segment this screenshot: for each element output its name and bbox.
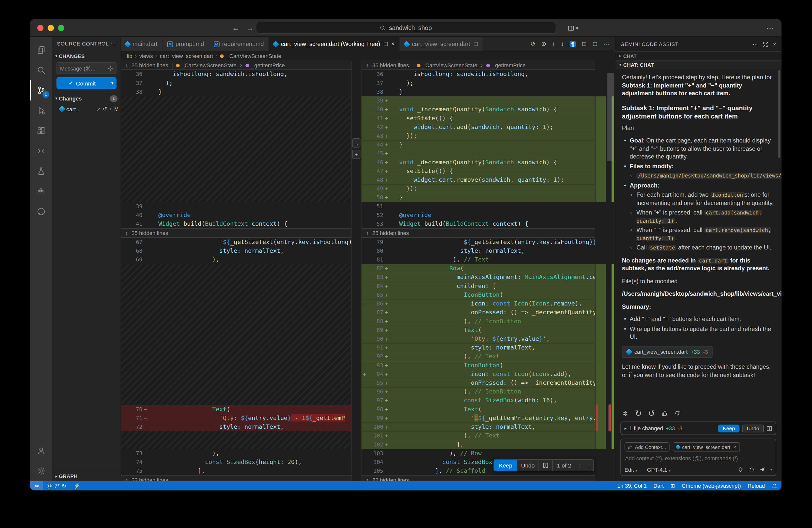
scrollbar[interactable] <box>607 60 615 481</box>
cursor-position[interactable]: Ln 39, Col 1 <box>617 483 647 489</box>
layout-toggle-button[interactable]: ▾ <box>567 19 579 37</box>
diff-original-pane[interactable]: ↕35 hidden lines_CartViewScreenState›_ge… <box>121 60 352 481</box>
sidebar-item-search[interactable] <box>30 60 52 80</box>
sidebar-item-source-control[interactable]: 1 <box>30 80 52 101</box>
keep-button[interactable]: Keep <box>718 425 740 432</box>
device-grid-icon[interactable]: ⊞ <box>670 483 675 489</box>
expand-panel-icon[interactable] <box>763 41 768 47</box>
sidebar-item-docker[interactable] <box>30 181 52 202</box>
graph-section-header[interactable]: ▸ GRAPH <box>52 471 120 481</box>
breadcrumb-item[interactable]: lib <box>127 53 132 59</box>
sidebar-item-remote[interactable] <box>30 141 52 161</box>
next-change-icon[interactable]: ↓ <box>561 41 564 48</box>
view-diff-icon[interactable] <box>767 425 772 431</box>
language-mode[interactable]: Dart <box>653 483 664 489</box>
sidebar-item-github[interactable] <box>30 202 52 222</box>
chat-view-header[interactable]: ▾ CHAT: CHAT <box>615 60 782 69</box>
sync-icon[interactable]: ↻ <box>62 483 66 489</box>
panel-scrollbar-thumb[interactable] <box>778 70 780 158</box>
revert-change-arrow-button[interactable]: → <box>352 138 361 147</box>
timeline-icon[interactable]: ↺ <box>530 41 536 48</box>
more-actions-icon[interactable]: ⋯ <box>111 41 116 47</box>
chat-section[interactable]: ▸ CHAT <box>615 51 782 60</box>
changes-group-header[interactable]: ▾ Changes 1 <box>52 93 120 103</box>
hidden-lines-header[interactable]: ↕35 hidden lines_CartViewScreenState›_ge… <box>121 60 351 70</box>
sidebar-item-extensions[interactable] <box>30 121 52 141</box>
thumbs-down-icon[interactable] <box>674 410 681 417</box>
stage-changes-icon[interactable]: + <box>109 106 112 112</box>
mode-selector[interactable]: Edit ▾ <box>624 467 637 473</box>
scrollbar-thumb[interactable] <box>607 73 614 161</box>
tab-requirement.md[interactable]: Mrequirement.md <box>209 37 269 51</box>
sidebar-item-run-debug[interactable] <box>30 101 52 121</box>
model-selector[interactable]: GPT-4.1 ▾ <box>647 467 670 473</box>
more-actions-icon[interactable]: ⋯ <box>766 23 774 33</box>
minimap[interactable] <box>595 60 607 481</box>
chat-input[interactable]: Add context (#), extensions (@), command… <box>625 455 771 461</box>
tab-prompt.md[interactable]: Mprompt.md <box>162 37 209 51</box>
context-file-chip[interactable]: cart_view_screen.dart × <box>673 442 740 452</box>
device-selector[interactable]: Chrome (web-javascript) <box>682 483 741 489</box>
tab-main.dart[interactable]: main.dart <box>121 37 163 51</box>
more-actions-icon[interactable]: ⋯ <box>753 41 758 47</box>
tab-close-icon[interactable]: × <box>392 41 395 47</box>
hidden-lines-header[interactable]: ↕35 hidden lines_CartViewScreenState›_ge… <box>362 60 607 70</box>
breadcrumb-item[interactable]: _CartViewScreenState <box>226 53 281 59</box>
sidebar-item-testing[interactable] <box>30 161 52 181</box>
hidden-crumb-method[interactable]: _getItemPrice <box>246 62 285 69</box>
send-options-chevron[interactable]: ▾ <box>770 468 772 472</box>
close-window-button[interactable] <box>37 25 44 31</box>
hidden-lines-header[interactable]: ↕22 hidden lines <box>121 475 351 481</box>
breadcrumb[interactable]: lib›views›cart_view_screen.dart›_CartVie… <box>121 51 615 60</box>
send-icon[interactable] <box>759 467 766 473</box>
more-actions-icon[interactable]: ⋯ <box>603 41 609 48</box>
sash-plus-button[interactable]: + <box>352 150 361 159</box>
discard-changes-icon[interactable]: ↺ <box>103 106 107 112</box>
render-whitespace-icon[interactable]: ¶ <box>569 41 576 47</box>
branch-status[interactable]: 7* ↻ <box>43 483 70 489</box>
settings-button[interactable] <box>30 461 52 481</box>
accounts-button[interactable] <box>30 441 52 461</box>
diff-sash[interactable]: → + <box>351 60 361 481</box>
keep-button[interactable]: Keep <box>494 460 517 470</box>
mic-icon[interactable] <box>738 467 744 473</box>
minimize-window-button[interactable] <box>48 25 54 31</box>
hidden-lines-header[interactable]: ↕25 hidden lines <box>121 228 351 237</box>
next-change-icon[interactable]: ↓ <box>584 462 594 469</box>
hidden-crumb-class[interactable]: _CartViewScreenState <box>417 62 477 69</box>
thumbs-up-icon[interactable] <box>661 410 668 417</box>
open-changes-icon[interactable]: ⊕ <box>541 41 546 48</box>
changed-file-chip[interactable]: cart_view_screen.dart+33-3 <box>622 346 712 358</box>
open-file-icon[interactable]: ↗ <box>96 106 101 112</box>
breadcrumb-item[interactable]: cart_view_screen.dart <box>160 53 213 59</box>
add-context-chip[interactable]: Add Context... <box>624 442 670 452</box>
chevron-right-icon[interactable]: ▸ <box>624 426 626 431</box>
previous-change-icon[interactable]: ↑ <box>552 41 555 48</box>
maximize-window-button[interactable] <box>58 25 64 31</box>
breadcrumb-item[interactable]: views <box>139 53 153 59</box>
diff-editor[interactable]: ↕35 hidden lines_CartViewScreenState›_ge… <box>121 60 615 481</box>
tab-cart_view_screen.dart[interactable]: cart_view_screen.dart <box>400 37 483 51</box>
ports-icon[interactable]: ⚡ <box>70 483 84 489</box>
forward-icon[interactable]: → <box>246 24 254 32</box>
bell-icon[interactable] <box>771 483 777 489</box>
reload-button[interactable]: Reload <box>748 483 765 489</box>
chat-input-container[interactable]: Add Context... cart_view_screen.dart × A… <box>621 439 776 476</box>
hidden-lines-header[interactable]: ↕25 hidden lines <box>362 228 607 237</box>
tools-icon[interactable] <box>749 467 755 473</box>
generate-commit-message-icon[interactable] <box>108 65 113 71</box>
hidden-crumb-class[interactable]: _CartViewScreenState <box>176 62 236 69</box>
back-icon[interactable]: ← <box>232 24 239 32</box>
hidden-crumb-method[interactable]: _getItemPrice <box>486 62 525 69</box>
open-diff-icon[interactable] <box>539 460 553 470</box>
commit-dropdown[interactable]: ▾ <box>108 77 116 89</box>
hidden-lines-header[interactable]: ↕22 hidden lines <box>362 475 607 481</box>
changes-section-header[interactable]: ▾ CHANGES <box>52 51 120 61</box>
command-center-search[interactable]: sandwich_shop <box>256 22 556 34</box>
diff-modified-pane[interactable]: ↕35 hidden lines_CartViewScreenState›_ge… <box>361 60 615 481</box>
remove-context-icon[interactable]: × <box>733 444 736 450</box>
commit-button[interactable]: ✓Commit ▾ <box>57 77 116 89</box>
sidebar-item-explorer[interactable] <box>30 40 52 60</box>
retry-icon[interactable]: ↺ <box>648 408 655 418</box>
tab-cart_view_screen.dart (Working Tree)[interactable]: cart_view_screen.dart (Working Tree)× <box>269 37 400 51</box>
